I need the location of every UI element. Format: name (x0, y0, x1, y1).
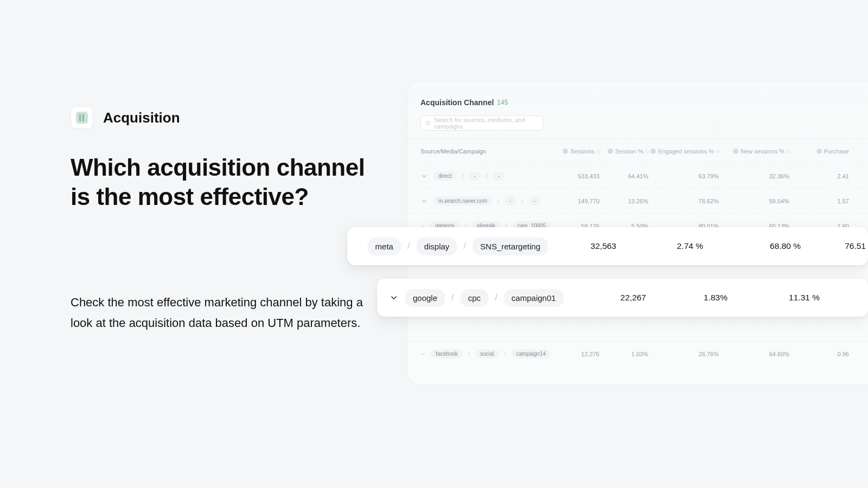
panel-count: 145 (497, 99, 508, 106)
search-icon (425, 120, 431, 126)
cell-sessions: 12,276 (551, 351, 599, 357)
info-icon (650, 149, 656, 154)
cell-purchase: 1.57 (789, 198, 849, 204)
cell-engaged-pct: 78.62% (648, 198, 719, 204)
source-pill: google (405, 289, 445, 307)
chevron-down-icon (420, 172, 428, 180)
table-header: Source/Media/Campaign Sessions◇ Session … (407, 138, 868, 163)
search-input[interactable]: Search for sources, mediums, and campaig… (420, 115, 543, 131)
info-icon (816, 149, 822, 154)
campaign-pill: - (493, 171, 505, 181)
campaign-pill: campaign14 (512, 349, 551, 358)
cell-sessions: 149,770 (551, 198, 599, 204)
table-row[interactable]: facebook/ social/ campaign14 12,276 1.03… (407, 341, 868, 366)
medium-pill: social (475, 349, 499, 358)
cell-sessions: 32,563 (548, 241, 618, 251)
col-source[interactable]: Source/Media/Campaign (420, 148, 551, 155)
table-row[interactable]: direct/ -/ - 533,433 64.41% 63.79% 32.36… (407, 163, 868, 188)
cell-session-pct: 1.83% (648, 293, 730, 303)
info-icon (608, 149, 613, 154)
source-pill: direct (433, 171, 456, 181)
chevron-down-icon (420, 197, 428, 205)
cell-engaged-pct: 63.79% (648, 173, 719, 179)
highlight-row[interactable]: meta/ display/ SNS_retargeting 32,563 2.… (347, 227, 868, 265)
subtext: Check the most effective marketing chann… (71, 292, 374, 333)
cell-purchase: 0.96 (789, 351, 849, 357)
cell-new-pct: 64.60% (719, 351, 789, 357)
panel-title: Acquisition Channel (420, 98, 494, 107)
campaign-pill: campaign01 (504, 289, 564, 307)
medium-pill: cpc (461, 289, 488, 307)
svg-line-1 (429, 124, 430, 125)
highlight-row[interactable]: google/ cpc/ campaign01 22,267 1.83% 11.… (377, 279, 868, 317)
headline: Which acquisition channel is the most ef… (71, 153, 374, 211)
info-icon (733, 149, 738, 154)
cell-session-pct: 2.74 % (618, 241, 705, 251)
source-pill: meta (368, 237, 401, 255)
info-icon (563, 149, 568, 154)
col-sessions[interactable]: Sessions◇ (551, 148, 599, 155)
table-row[interactable]: m.search.naver.com/ -/ - 149,770 13.25% … (407, 188, 868, 213)
cell-new-pct: 76.51 (803, 241, 868, 251)
col-engaged-pct[interactable]: Engaged sessions %◇ (648, 148, 719, 155)
cell-engaged-pct: 26.76% (648, 351, 719, 357)
source-pill: m.search.naver.com (433, 196, 492, 206)
svg-point-0 (426, 121, 430, 125)
chevron-down-icon (389, 293, 399, 303)
cell-new-pct: 32.36% (719, 173, 789, 179)
cell-new-pct: 58.54% (719, 198, 789, 204)
col-new-pct[interactable]: New sessions %◇ (719, 148, 789, 155)
cell-sessions: 533,433 (551, 173, 599, 179)
cell-sessions: 22,267 (578, 293, 648, 303)
campaign-pill: SNS_retargeting (473, 237, 548, 255)
col-purchase[interactable]: Purchase (789, 148, 849, 155)
section-label: Acquisition (103, 110, 180, 126)
cell-engaged-pct: 11.31 % (730, 293, 822, 303)
cell-session-pct: 1.03% (599, 351, 648, 357)
source-pill: facebook (431, 349, 463, 358)
medium-pill: - (469, 171, 481, 181)
chevron-down-icon (359, 241, 361, 251)
cell-session-pct: 13.25% (599, 198, 648, 204)
col-session-pct[interactable]: Session %◇ (599, 148, 648, 155)
cell-engaged-pct: 68.80 % (705, 241, 803, 251)
chevron-down-icon (420, 350, 425, 358)
search-placeholder: Search for sources, mediums, and campaig… (434, 117, 538, 130)
cell-purchase: 2.41 (789, 173, 849, 179)
section-icon (71, 106, 93, 129)
medium-pill: - (505, 196, 516, 206)
campaign-pill: - (529, 196, 540, 206)
medium-pill: display (417, 237, 457, 255)
cell-session-pct: 64.41% (599, 173, 648, 179)
